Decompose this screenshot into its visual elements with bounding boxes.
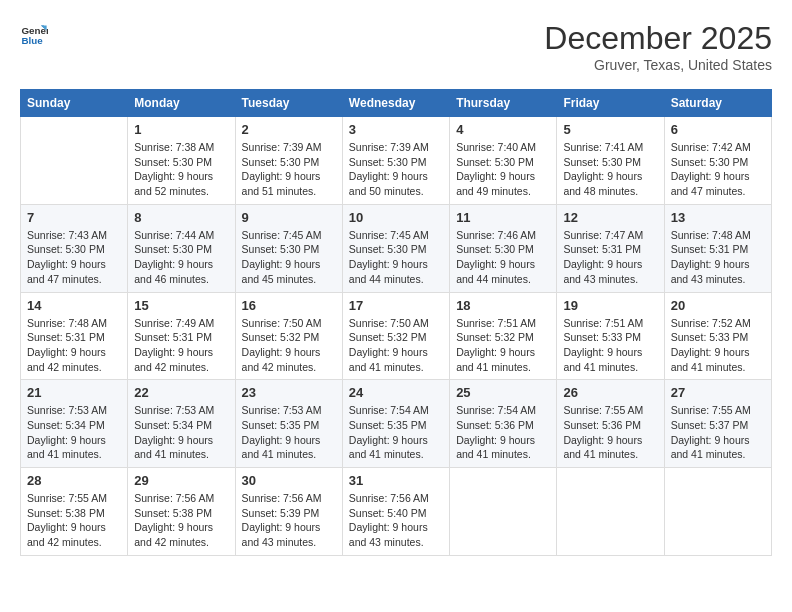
calendar-cell: 24Sunrise: 7:54 AM Sunset: 5:35 PM Dayli… [342,380,449,468]
column-header-wednesday: Wednesday [342,90,449,117]
day-number: 30 [242,473,336,488]
calendar-cell: 4Sunrise: 7:40 AM Sunset: 5:30 PM Daylig… [450,117,557,205]
column-header-monday: Monday [128,90,235,117]
calendar-cell: 25Sunrise: 7:54 AM Sunset: 5:36 PM Dayli… [450,380,557,468]
calendar-cell: 16Sunrise: 7:50 AM Sunset: 5:32 PM Dayli… [235,292,342,380]
column-header-saturday: Saturday [664,90,771,117]
day-number: 14 [27,298,121,313]
day-number: 13 [671,210,765,225]
calendar-cell: 28Sunrise: 7:55 AM Sunset: 5:38 PM Dayli… [21,468,128,556]
calendar-cell: 3Sunrise: 7:39 AM Sunset: 5:30 PM Daylig… [342,117,449,205]
calendar-cell: 11Sunrise: 7:46 AM Sunset: 5:30 PM Dayli… [450,204,557,292]
calendar-week-2: 7Sunrise: 7:43 AM Sunset: 5:30 PM Daylig… [21,204,772,292]
calendar-cell: 21Sunrise: 7:53 AM Sunset: 5:34 PM Dayli… [21,380,128,468]
day-number: 24 [349,385,443,400]
day-info: Sunrise: 7:51 AM Sunset: 5:32 PM Dayligh… [456,316,550,375]
day-info: Sunrise: 7:56 AM Sunset: 5:38 PM Dayligh… [134,491,228,550]
day-number: 7 [27,210,121,225]
day-info: Sunrise: 7:53 AM Sunset: 5:34 PM Dayligh… [27,403,121,462]
day-number: 17 [349,298,443,313]
day-number: 1 [134,122,228,137]
calendar-cell: 9Sunrise: 7:45 AM Sunset: 5:30 PM Daylig… [235,204,342,292]
day-number: 4 [456,122,550,137]
calendar-cell: 23Sunrise: 7:53 AM Sunset: 5:35 PM Dayli… [235,380,342,468]
calendar-cell: 14Sunrise: 7:48 AM Sunset: 5:31 PM Dayli… [21,292,128,380]
day-number: 16 [242,298,336,313]
day-number: 25 [456,385,550,400]
day-number: 31 [349,473,443,488]
title-block: December 2025 Gruver, Texas, United Stat… [544,20,772,73]
calendar-week-5: 28Sunrise: 7:55 AM Sunset: 5:38 PM Dayli… [21,468,772,556]
day-number: 19 [563,298,657,313]
calendar-cell: 1Sunrise: 7:38 AM Sunset: 5:30 PM Daylig… [128,117,235,205]
day-number: 5 [563,122,657,137]
day-number: 15 [134,298,228,313]
calendar-cell: 13Sunrise: 7:48 AM Sunset: 5:31 PM Dayli… [664,204,771,292]
day-number: 26 [563,385,657,400]
calendar-cell: 27Sunrise: 7:55 AM Sunset: 5:37 PM Dayli… [664,380,771,468]
calendar-cell [450,468,557,556]
column-header-tuesday: Tuesday [235,90,342,117]
column-header-thursday: Thursday [450,90,557,117]
calendar-cell: 30Sunrise: 7:56 AM Sunset: 5:39 PM Dayli… [235,468,342,556]
day-number: 27 [671,385,765,400]
calendar-cell: 18Sunrise: 7:51 AM Sunset: 5:32 PM Dayli… [450,292,557,380]
day-info: Sunrise: 7:53 AM Sunset: 5:34 PM Dayligh… [134,403,228,462]
calendar-cell: 26Sunrise: 7:55 AM Sunset: 5:36 PM Dayli… [557,380,664,468]
calendar-cell: 31Sunrise: 7:56 AM Sunset: 5:40 PM Dayli… [342,468,449,556]
day-info: Sunrise: 7:50 AM Sunset: 5:32 PM Dayligh… [242,316,336,375]
svg-text:Blue: Blue [21,35,43,46]
day-info: Sunrise: 7:51 AM Sunset: 5:33 PM Dayligh… [563,316,657,375]
calendar-cell: 19Sunrise: 7:51 AM Sunset: 5:33 PM Dayli… [557,292,664,380]
day-info: Sunrise: 7:42 AM Sunset: 5:30 PM Dayligh… [671,140,765,199]
day-info: Sunrise: 7:53 AM Sunset: 5:35 PM Dayligh… [242,403,336,462]
month-title: December 2025 [544,20,772,57]
page-header: General Blue December 2025 Gruver, Texas… [20,20,772,73]
day-info: Sunrise: 7:41 AM Sunset: 5:30 PM Dayligh… [563,140,657,199]
column-header-friday: Friday [557,90,664,117]
calendar-cell: 6Sunrise: 7:42 AM Sunset: 5:30 PM Daylig… [664,117,771,205]
location-subtitle: Gruver, Texas, United States [544,57,772,73]
day-info: Sunrise: 7:47 AM Sunset: 5:31 PM Dayligh… [563,228,657,287]
calendar-cell: 17Sunrise: 7:50 AM Sunset: 5:32 PM Dayli… [342,292,449,380]
day-info: Sunrise: 7:46 AM Sunset: 5:30 PM Dayligh… [456,228,550,287]
day-info: Sunrise: 7:54 AM Sunset: 5:36 PM Dayligh… [456,403,550,462]
day-number: 28 [27,473,121,488]
calendar-table: SundayMondayTuesdayWednesdayThursdayFrid… [20,89,772,556]
day-info: Sunrise: 7:50 AM Sunset: 5:32 PM Dayligh… [349,316,443,375]
calendar-cell: 10Sunrise: 7:45 AM Sunset: 5:30 PM Dayli… [342,204,449,292]
calendar-cell: 7Sunrise: 7:43 AM Sunset: 5:30 PM Daylig… [21,204,128,292]
calendar-cell: 15Sunrise: 7:49 AM Sunset: 5:31 PM Dayli… [128,292,235,380]
day-info: Sunrise: 7:45 AM Sunset: 5:30 PM Dayligh… [349,228,443,287]
calendar-cell [557,468,664,556]
day-info: Sunrise: 7:43 AM Sunset: 5:30 PM Dayligh… [27,228,121,287]
day-info: Sunrise: 7:55 AM Sunset: 5:38 PM Dayligh… [27,491,121,550]
day-info: Sunrise: 7:56 AM Sunset: 5:40 PM Dayligh… [349,491,443,550]
column-header-sunday: Sunday [21,90,128,117]
day-info: Sunrise: 7:38 AM Sunset: 5:30 PM Dayligh… [134,140,228,199]
day-number: 12 [563,210,657,225]
day-number: 23 [242,385,336,400]
day-number: 21 [27,385,121,400]
day-number: 11 [456,210,550,225]
day-info: Sunrise: 7:49 AM Sunset: 5:31 PM Dayligh… [134,316,228,375]
day-number: 22 [134,385,228,400]
calendar-week-1: 1Sunrise: 7:38 AM Sunset: 5:30 PM Daylig… [21,117,772,205]
day-number: 3 [349,122,443,137]
calendar-cell: 5Sunrise: 7:41 AM Sunset: 5:30 PM Daylig… [557,117,664,205]
day-info: Sunrise: 7:39 AM Sunset: 5:30 PM Dayligh… [349,140,443,199]
day-number: 2 [242,122,336,137]
day-number: 8 [134,210,228,225]
calendar-header: SundayMondayTuesdayWednesdayThursdayFrid… [21,90,772,117]
day-info: Sunrise: 7:56 AM Sunset: 5:39 PM Dayligh… [242,491,336,550]
day-number: 29 [134,473,228,488]
calendar-cell: 29Sunrise: 7:56 AM Sunset: 5:38 PM Dayli… [128,468,235,556]
calendar-cell [664,468,771,556]
day-info: Sunrise: 7:48 AM Sunset: 5:31 PM Dayligh… [27,316,121,375]
day-info: Sunrise: 7:52 AM Sunset: 5:33 PM Dayligh… [671,316,765,375]
day-info: Sunrise: 7:40 AM Sunset: 5:30 PM Dayligh… [456,140,550,199]
day-info: Sunrise: 7:55 AM Sunset: 5:36 PM Dayligh… [563,403,657,462]
day-number: 10 [349,210,443,225]
day-info: Sunrise: 7:45 AM Sunset: 5:30 PM Dayligh… [242,228,336,287]
day-info: Sunrise: 7:48 AM Sunset: 5:31 PM Dayligh… [671,228,765,287]
